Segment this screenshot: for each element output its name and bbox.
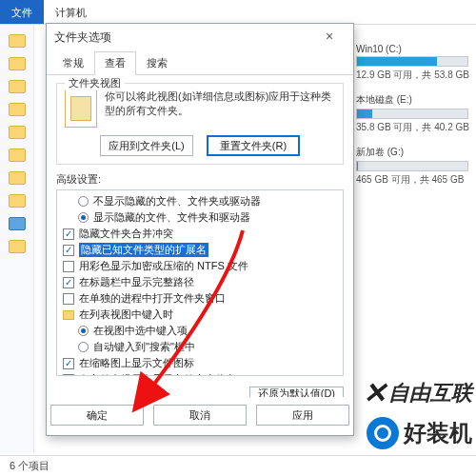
drive-item[interactable]: 新加卷 (G:)465 GB 可用，共 465 GB [356, 146, 470, 187]
radio-icon[interactable] [78, 326, 89, 336]
tree-item[interactable]: ✓在缩略图上显示文件图标 [59, 355, 341, 371]
drive-usage-bar [356, 56, 468, 67]
drive-name: 本地磁盘 (E:) [356, 93, 470, 107]
tree-item[interactable]: 在列表视图中键入时 [59, 307, 341, 323]
radio-icon[interactable] [78, 342, 89, 352]
dialog-footer: 确定 取消 应用 [47, 397, 353, 435]
ribbon-tab-computer[interactable]: 计算机 [44, 0, 98, 24]
checkbox-icon[interactable]: ✓ [63, 277, 74, 288]
drive-usage-text: 465 GB 可用，共 465 GB [356, 173, 470, 187]
tree-item-label: 在单独的进程中打开文件夹窗口 [79, 291, 226, 306]
tree-item[interactable]: ✓在标题栏中显示完整路径 [59, 274, 341, 290]
drive-name: Win10 (C:) [356, 44, 470, 54]
drive-usage-text: 35.8 GB 可用，共 40.2 GB [356, 121, 470, 134]
ok-button[interactable]: 确定 [50, 405, 144, 426]
advanced-settings-label: 高级设置: [56, 172, 344, 187]
tree-item-label: 自动键入到"搜索"框中 [93, 340, 195, 354]
drive-item[interactable]: 本地磁盘 (E:)35.8 GB 可用，共 40.2 GB [356, 93, 470, 134]
radio-icon[interactable] [78, 196, 89, 207]
tree-item-label: 在视图中选中键入项 [93, 324, 188, 338]
tree-item-label: 在文件夹提示中显示文件大小信息 [79, 372, 236, 376]
explorer-sidebar [0, 25, 34, 453]
apply-button[interactable]: 应用 [256, 405, 349, 426]
close-icon[interactable]: × [313, 27, 346, 48]
tree-item[interactable]: ✓隐藏已知文件类型的扩展名 [59, 242, 341, 258]
tree-item-label: 在标题栏中显示完整路径 [79, 275, 194, 289]
folder-view-icon [65, 89, 97, 128]
tree-item-label: 显示隐藏的文件、文件夹和驱动器 [93, 210, 250, 225]
tree-item[interactable]: 显示隐藏的文件、文件夹和驱动器 [59, 209, 341, 226]
folder-icon[interactable] [9, 57, 26, 70]
folder-icon[interactable] [9, 80, 26, 93]
checkbox-icon[interactable]: ✓ [63, 358, 74, 369]
dialog-body: 文件夹视图 你可以将此视图(如详细信息或图标)应用于这种类型的所有文件夹。 应用… [47, 75, 353, 397]
folder-icon[interactable] [9, 171, 26, 185]
tree-item-label: 在列表视图中键入时 [79, 307, 173, 322]
watermark-haozhuangji: 好装机 [367, 417, 472, 449]
folder-views-description: 你可以将此视图(如详细信息或图标)应用于这种类型的所有文件夹。 [105, 89, 335, 128]
tree-item[interactable]: 在视图中选中键入项 [59, 323, 341, 339]
tab-view[interactable]: 查看 [94, 51, 136, 75]
folder-icon[interactable] [9, 103, 26, 116]
checkbox-icon[interactable]: ✓ [63, 228, 74, 240]
apply-to-folders-button[interactable]: 应用到文件夹(L) [100, 135, 193, 156]
folder-options-dialog: 文件夹选项 × 常规 查看 搜索 文件夹视图 你可以将此视图(如详细信息或图标)… [46, 23, 354, 436]
drive-usage-bar [356, 109, 468, 119]
checkbox-icon[interactable] [63, 261, 74, 272]
watermark-ziyouhulian: ✕ 自由互联 [363, 376, 472, 409]
radio-icon[interactable] [78, 212, 89, 223]
tree-item[interactable]: 用彩色显示加密或压缩的 NTFS 文件 [59, 258, 341, 274]
tree-item-label: 隐藏文件夹合并冲突 [79, 227, 173, 241]
tree-item[interactable]: ✓在文件夹提示中显示文件大小信息 [59, 371, 341, 376]
dialog-tabs: 常规 查看 搜索 [47, 50, 353, 75]
this-pc-icon[interactable] [9, 217, 26, 230]
drive-item[interactable]: Win10 (C:)12.9 GB 可用，共 53.8 GB [356, 44, 470, 82]
folder-icon[interactable] [9, 149, 26, 162]
checkbox-icon[interactable]: ✓ [63, 374, 74, 377]
tree-item-label: 在缩略图上显示文件图标 [79, 356, 194, 370]
drive-usage-text: 12.9 GB 可用，共 53.8 GB [356, 69, 470, 82]
tree-item[interactable]: 在单独的进程中打开文件夹窗口 [59, 290, 341, 307]
drive-name: 新加卷 (G:) [356, 146, 470, 159]
tab-search[interactable]: 搜索 [136, 51, 178, 75]
circle-logo-icon [367, 417, 399, 449]
group-legend: 文件夹视图 [65, 76, 125, 90]
tree-item-label: 用彩色显示加密或压缩的 NTFS 文件 [79, 259, 248, 273]
status-item-count: 6 个项目 [10, 460, 50, 471]
tree-item-label: 不显示隐藏的文件、文件夹或驱动器 [93, 194, 261, 208]
explorer-ribbon-tabs: 文件 计算机 [0, 0, 476, 25]
x-logo-icon: ✕ [363, 376, 387, 409]
folder-icon [63, 310, 74, 320]
folder-icon[interactable] [9, 34, 26, 48]
tree-item-label: 隐藏已知文件类型的扩展名 [79, 243, 208, 257]
cancel-button[interactable]: 取消 [153, 405, 247, 426]
checkbox-icon[interactable]: ✓ [63, 245, 74, 256]
tab-general[interactable]: 常规 [52, 51, 94, 75]
dialog-titlebar: 文件夹选项 × [47, 24, 353, 50]
folder-icon[interactable] [9, 240, 26, 253]
tree-item[interactable]: 自动键入到"搜索"框中 [59, 339, 341, 355]
tree-item[interactable]: ✓隐藏文件夹合并冲突 [59, 226, 341, 242]
folder-icon[interactable] [9, 126, 26, 139]
checkbox-icon[interactable] [63, 293, 74, 305]
drive-list: Win10 (C:)12.9 GB 可用，共 53.8 GB本地磁盘 (E:)3… [356, 44, 470, 198]
reset-folders-button[interactable]: 重置文件夹(R) [207, 135, 300, 156]
tree-item[interactable]: 不显示隐藏的文件、文件夹或驱动器 [59, 193, 341, 209]
folder-icon[interactable] [9, 194, 26, 208]
dialog-title: 文件夹选项 [54, 30, 111, 46]
advanced-settings-tree[interactable]: 不显示隐藏的文件、文件夹或驱动器显示隐藏的文件、文件夹和驱动器✓隐藏文件夹合并冲… [56, 189, 344, 376]
restore-defaults-button[interactable]: 还原为默认值(D) [249, 387, 344, 397]
status-bar: 6 个项目 [0, 455, 476, 476]
folder-views-group: 文件夹视图 你可以将此视图(如详细信息或图标)应用于这种类型的所有文件夹。 应用… [56, 83, 344, 165]
drive-usage-bar [356, 161, 468, 171]
ribbon-tab-file[interactable]: 文件 [0, 0, 44, 24]
